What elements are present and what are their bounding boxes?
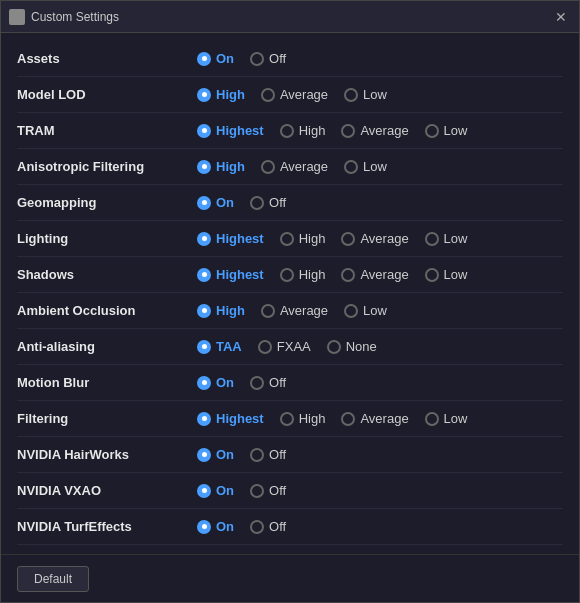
- radio-button[interactable]: [197, 88, 211, 102]
- radio-button[interactable]: [261, 304, 275, 318]
- radio-button[interactable]: [280, 412, 294, 426]
- radio-option-low[interactable]: Low: [425, 123, 468, 138]
- radio-option-average[interactable]: Average: [341, 411, 408, 426]
- radio-option-highest[interactable]: Highest: [197, 411, 264, 426]
- radio-option-high[interactable]: High: [197, 87, 245, 102]
- radio-option-on[interactable]: On: [197, 519, 234, 534]
- radio-label: High: [216, 303, 245, 318]
- radio-button[interactable]: [425, 412, 439, 426]
- radio-button[interactable]: [261, 160, 275, 174]
- custom-settings-window: Custom Settings ✕ AssetsOnOffModel LODHi…: [0, 0, 580, 603]
- radio-button[interactable]: [250, 520, 264, 534]
- radio-button[interactable]: [327, 340, 341, 354]
- radio-option-off[interactable]: Off: [250, 195, 286, 210]
- radio-option-average[interactable]: Average: [341, 231, 408, 246]
- radio-option-low[interactable]: Low: [344, 159, 387, 174]
- default-button[interactable]: Default: [17, 566, 89, 592]
- radio-button[interactable]: [280, 124, 294, 138]
- setting-label: Geomapping: [17, 195, 197, 210]
- radio-button[interactable]: [197, 304, 211, 318]
- radio-option-average[interactable]: Average: [341, 123, 408, 138]
- radio-option-highest[interactable]: Highest: [197, 267, 264, 282]
- radio-option-low[interactable]: Low: [425, 267, 468, 282]
- radio-button[interactable]: [250, 448, 264, 462]
- radio-button[interactable]: [250, 376, 264, 390]
- radio-button[interactable]: [197, 484, 211, 498]
- radio-button[interactable]: [344, 304, 358, 318]
- radio-option-average[interactable]: Average: [341, 267, 408, 282]
- radio-button[interactable]: [197, 268, 211, 282]
- radio-option-off[interactable]: Off: [250, 447, 286, 462]
- radio-option-high[interactable]: High: [280, 411, 326, 426]
- radio-option-low[interactable]: Low: [425, 231, 468, 246]
- radio-button[interactable]: [197, 52, 211, 66]
- radio-label: Average: [280, 159, 328, 174]
- radio-button[interactable]: [261, 88, 275, 102]
- radio-button[interactable]: [341, 124, 355, 138]
- radio-option-off[interactable]: Off: [250, 375, 286, 390]
- radio-option-average[interactable]: Average: [261, 159, 328, 174]
- setting-options: OnOff: [197, 483, 563, 498]
- radio-button[interactable]: [197, 124, 211, 138]
- radio-option-on[interactable]: On: [197, 483, 234, 498]
- radio-option-high[interactable]: High: [280, 231, 326, 246]
- radio-option-on[interactable]: On: [197, 447, 234, 462]
- radio-option-none[interactable]: None: [327, 339, 377, 354]
- app-icon: [9, 9, 25, 25]
- radio-button[interactable]: [250, 196, 264, 210]
- radio-option-low[interactable]: Low: [344, 87, 387, 102]
- radio-button[interactable]: [197, 448, 211, 462]
- radio-button[interactable]: [197, 520, 211, 534]
- radio-button[interactable]: [425, 232, 439, 246]
- radio-button[interactable]: [344, 88, 358, 102]
- radio-button[interactable]: [250, 52, 264, 66]
- setting-label: NVIDIA VXAO: [17, 483, 197, 498]
- radio-button[interactable]: [425, 124, 439, 138]
- radio-label: Highest: [216, 231, 264, 246]
- radio-button[interactable]: [197, 232, 211, 246]
- radio-button[interactable]: [197, 160, 211, 174]
- radio-label: On: [216, 447, 234, 462]
- radio-button[interactable]: [280, 268, 294, 282]
- radio-option-on[interactable]: On: [197, 51, 234, 66]
- radio-button[interactable]: [341, 232, 355, 246]
- radio-option-high[interactable]: High: [197, 303, 245, 318]
- radio-button[interactable]: [280, 232, 294, 246]
- radio-option-low[interactable]: Low: [425, 411, 468, 426]
- radio-button[interactable]: [197, 196, 211, 210]
- radio-option-off[interactable]: Off: [250, 483, 286, 498]
- radio-label: Off: [269, 519, 286, 534]
- radio-option-on[interactable]: On: [197, 375, 234, 390]
- radio-label: FXAA: [277, 339, 311, 354]
- radio-option-off[interactable]: Off: [250, 519, 286, 534]
- setting-label: TRAM: [17, 123, 197, 138]
- radio-option-high[interactable]: High: [197, 159, 245, 174]
- radio-option-high[interactable]: High: [280, 267, 326, 282]
- setting-row: NVIDIA VXAOOnOff: [17, 473, 563, 509]
- radio-option-taa[interactable]: TAA: [197, 339, 242, 354]
- radio-button[interactable]: [341, 268, 355, 282]
- radio-button[interactable]: [344, 160, 358, 174]
- radio-label: Highest: [216, 411, 264, 426]
- radio-option-fxaa[interactable]: FXAA: [258, 339, 311, 354]
- radio-label: Off: [269, 51, 286, 66]
- radio-option-high[interactable]: High: [280, 123, 326, 138]
- radio-button[interactable]: [258, 340, 272, 354]
- radio-button[interactable]: [197, 376, 211, 390]
- radio-button[interactable]: [197, 412, 211, 426]
- radio-label: Off: [269, 447, 286, 462]
- radio-button[interactable]: [250, 484, 264, 498]
- setting-options: OnOff: [197, 195, 563, 210]
- close-button[interactable]: ✕: [551, 7, 571, 27]
- radio-button[interactable]: [341, 412, 355, 426]
- radio-option-off[interactable]: Off: [250, 51, 286, 66]
- radio-button[interactable]: [197, 340, 211, 354]
- radio-option-low[interactable]: Low: [344, 303, 387, 318]
- radio-button[interactable]: [425, 268, 439, 282]
- radio-option-average[interactable]: Average: [261, 303, 328, 318]
- radio-option-average[interactable]: Average: [261, 87, 328, 102]
- radio-option-highest[interactable]: Highest: [197, 123, 264, 138]
- setting-row: NVIDIA ShadowLibsOnOff: [17, 545, 563, 554]
- radio-option-on[interactable]: On: [197, 195, 234, 210]
- radio-option-highest[interactable]: Highest: [197, 231, 264, 246]
